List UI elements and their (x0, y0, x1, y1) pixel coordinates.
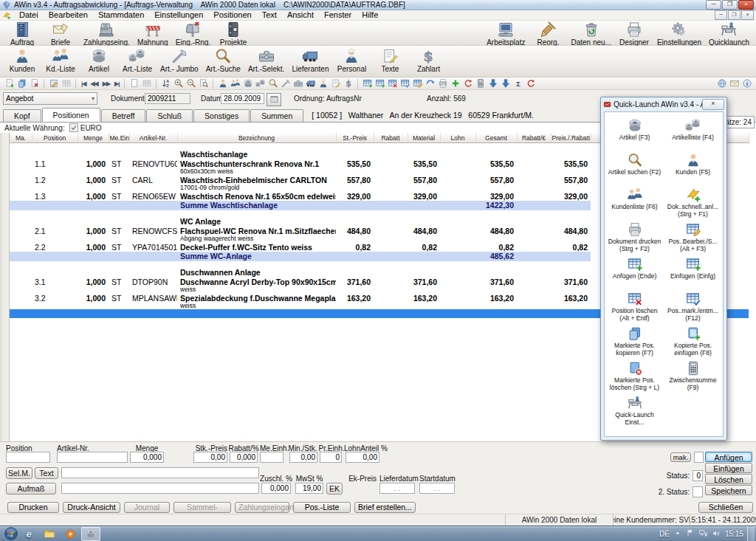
menu-ansicht[interactable]: Ansicht (282, 10, 319, 20)
recalc-icon[interactable] (524, 78, 537, 89)
toolbar-quicklaunch[interactable]: Quicklaunch (705, 21, 753, 45)
aufmass-button[interactable]: Aufmaß (6, 483, 56, 495)
mdi-restore-button[interactable]: ❐ (728, 10, 740, 20)
journal-button[interactable]: Journal (124, 502, 170, 513)
toolbar-einstellungen[interactable]: Einstellungen (653, 21, 705, 45)
mak-input[interactable] (694, 452, 704, 463)
column-header-artikel-nr[interactable]: Artikel-Nr. (129, 133, 177, 143)
dokumentnr-field[interactable]: 2009211 (145, 93, 190, 104)
anfuegen-button[interactable]: Anfügen (705, 452, 752, 462)
quicklaunch-titlebar[interactable]: Quick-Launch AWin v3.4 - Auftrags... × (601, 97, 726, 111)
column-header-material[interactable]: Material (408, 133, 440, 143)
sel-m-button[interactable]: Sel.M. (6, 467, 32, 479)
start-button[interactable] (4, 526, 18, 541)
menu-hilfe[interactable]: Hilfe (357, 10, 383, 20)
artikelnr-input[interactable] (57, 452, 128, 463)
undo-icon[interactable] (424, 78, 436, 89)
edit-position-icon[interactable] (411, 78, 424, 89)
table-view-icon[interactable] (140, 78, 153, 89)
toolbar-mahnung[interactable]: Mahnung (134, 21, 172, 45)
move-down-alt-icon[interactable] (499, 78, 512, 89)
menu-positionen[interactable]: Positionen (208, 10, 256, 20)
mdi-minimize-button[interactable]: ─ (715, 10, 727, 20)
tray-expand-icon[interactable] (673, 528, 682, 539)
toolbar-personal[interactable]: Personal (332, 46, 371, 77)
menu-stammdaten[interactable]: Stammdaten (93, 10, 149, 20)
toolbar-artikel[interactable]: Artikel (80, 46, 118, 77)
ql-kundenliste[interactable]: Kundenliste (F6) (605, 185, 664, 220)
toolbar-eing-rng[interactable]: Eing.-Rng. (172, 21, 214, 45)
ql-pos-bearbeiten[interactable]: Pos..Bearbei./S... (Alt + F3) (664, 220, 722, 255)
article-list-icon[interactable] (254, 78, 267, 89)
articles-icon[interactable] (241, 78, 254, 89)
menu-datei[interactable]: Datei (14, 10, 44, 20)
web-icon[interactable] (715, 78, 728, 89)
toolbar-designer[interactable]: Designer (615, 21, 653, 45)
article-jumbo-icon[interactable] (279, 78, 292, 89)
status2-input[interactable] (693, 486, 703, 497)
texts-icon[interactable] (329, 78, 342, 89)
tab-sonstiges[interactable]: Sonstiges (193, 109, 250, 122)
network-icon[interactable] (698, 528, 708, 540)
lieferdatum-input[interactable]: . . (379, 483, 415, 494)
quicklaunch-close-button[interactable]: × (702, 99, 724, 110)
mwst-input[interactable]: 19,00 (295, 483, 323, 494)
druck-ansicht-button[interactable]: Druck-Ansicht (63, 502, 120, 513)
status-input[interactable]: 0 (693, 470, 703, 481)
show-desktop-button[interactable] (747, 526, 755, 541)
lohnanteil-input[interactable]: 0,00 (346, 452, 379, 463)
taskbar-awin-app-button[interactable] (81, 527, 100, 541)
personnel-icon[interactable] (317, 78, 329, 89)
taskbar-ie-icon[interactable]: e (19, 527, 38, 541)
toolbar-kunden[interactable]: Kunden (3, 46, 41, 77)
zoom-out-icon[interactable] (185, 78, 197, 89)
ql-position-loeschen[interactable]: Position löschen (Alt + Entf) (605, 289, 664, 324)
column-header-preis-rabatt[interactable]: Preis./.Rabatt (551, 133, 591, 143)
drucken-button[interactable]: Drucken (7, 502, 59, 513)
ql-anfuegen[interactable]: Anfügen (Ende) (605, 255, 664, 289)
column-header-me-einh[interactable]: Me.Einh. (109, 133, 129, 143)
calculator-icon[interactable] (474, 78, 487, 89)
ql-dokument-drucken[interactable]: Dokument drucken (Strg + F2) (605, 220, 664, 255)
menu-text[interactable]: Text (257, 10, 282, 20)
ek-button[interactable]: EK (326, 483, 343, 495)
send-mail-icon[interactable] (728, 78, 740, 89)
zuschl-input[interactable]: 0,000 (261, 483, 291, 494)
volume-icon[interactable] (712, 528, 721, 540)
column-header-position[interactable]: Position (32, 133, 78, 143)
tab-positionen[interactable]: Positionen (42, 108, 100, 122)
position-input[interactable] (6, 452, 50, 463)
stk-preis-input[interactable]: 0,00 (193, 452, 227, 463)
document-type-select[interactable]: Angebot ▾ (3, 92, 97, 105)
tab-kopf[interactable]: Kopf (3, 109, 41, 122)
nav-first-icon[interactable]: |◀ (79, 80, 88, 87)
toolbar-reorg[interactable]: Reorg. (529, 21, 567, 45)
maximize-button[interactable]: ❐ (722, 0, 738, 10)
customers-icon[interactable] (216, 78, 229, 89)
ql-einstellungen[interactable]: Quick-Launch Einst... (605, 393, 664, 428)
grid-view-icon[interactable] (60, 78, 72, 89)
ql-artikelliste[interactable]: Artikelliste (F4) (664, 116, 722, 151)
column-header-bezeichnung[interactable]: Bezeichnung (177, 133, 336, 143)
payment-type-icon[interactable]: $ (342, 78, 354, 89)
taskbar-explorer-icon[interactable] (40, 527, 59, 541)
currency-checkbox[interactable] (69, 123, 78, 132)
app-menu-icon[interactable] (2, 11, 11, 20)
pos-liste-button[interactable]: Pos.-Liste (293, 502, 351, 513)
toolbar-lieferanten[interactable]: Lieferanten (288, 46, 332, 77)
speichern-button[interactable]: Speichern (705, 485, 752, 495)
ql-artikel[interactable]: Artikel (F3) (605, 116, 664, 151)
minimize-button[interactable]: ─ (706, 0, 721, 10)
menge-input[interactable]: 0,000 (130, 452, 164, 463)
sort-icon[interactable]: AZ (159, 78, 172, 89)
text-line1-input[interactable] (61, 467, 259, 478)
toolbar-briefe[interactable]: Briefe (41, 21, 80, 45)
nav-last-icon[interactable]: ▶| (112, 80, 121, 87)
text-line2-input[interactable] (61, 483, 259, 494)
nav-prev-icon[interactable]: ◀◀ (88, 80, 100, 87)
print-icon[interactable] (436, 78, 449, 89)
ql-pos-kopieren[interactable]: Markierte Pos. kopieren (F7) (605, 324, 664, 359)
blank-page-icon[interactable] (128, 78, 140, 89)
info-icon[interactable]: i (740, 78, 753, 89)
toolbar-art-liste[interactable]: Art.-Liste (118, 46, 157, 77)
